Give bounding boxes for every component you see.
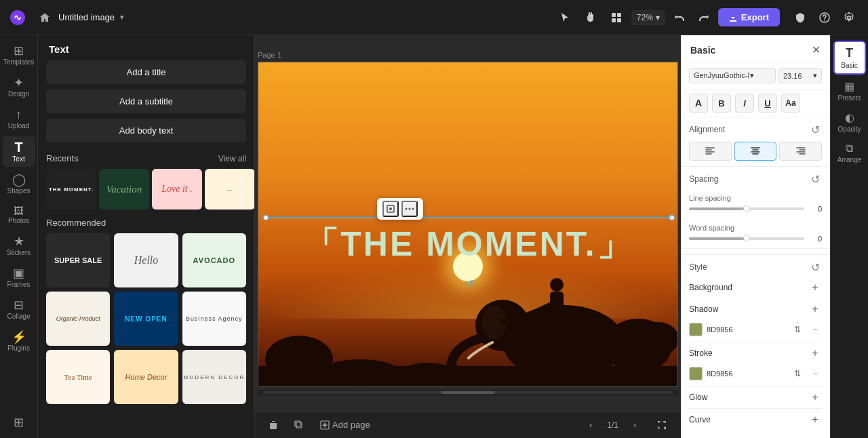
format-case-button[interactable]: Aa [781,94,800,113]
align-right-button[interactable] [779,142,822,161]
logo[interactable] [8,8,27,27]
properties-panel: Basic ✕ GenJyuuGothic-I▾ 23.16 ▾ A B I U… [681,35,830,438]
add-title-button[interactable]: Add a title [46,60,246,84]
fullscreen-button[interactable] [651,414,673,436]
rec-item-home-decor[interactable]: Home Decor [114,350,178,404]
export-button[interactable]: Export [718,8,780,26]
background-add-button[interactable]: + [808,281,822,294]
format-underline-button[interactable]: U [758,94,777,113]
align-left-button[interactable] [689,142,732,161]
canvas-trash-button[interactable] [263,418,283,433]
tab-presets[interactable]: ▦ Presets [833,76,866,106]
recent-item-1[interactable]: THE MOMENT. [46,169,96,210]
shadow-remove-button[interactable]: − [808,323,822,336]
sidebar-item-plugins[interactable]: ⚡ Plugins [3,327,35,356]
format-italic-button[interactable]: I [735,94,754,113]
sidebar-shapes-label: Shapes [7,187,31,195]
stroke-remove-button[interactable]: − [808,367,822,380]
word-spacing-slider-row: 0 [689,235,822,243]
sidebar-item-design[interactable]: ✦ Design [3,73,35,102]
sidebar-item-templates[interactable]: ⊞ Templates [3,41,35,70]
sidebar-item-photos[interactable]: 🖼 Photos [3,201,35,228]
stroke-color-swatch[interactable] [689,367,703,380]
shield-icon[interactable] [789,7,811,28]
add-page-label: Add page [332,420,370,430]
curve-add-button[interactable]: + [808,413,822,426]
crop-image-btn[interactable] [382,201,399,217]
zoom-control[interactable]: 72% ▾ [631,10,665,25]
glow-add-button[interactable]: + [808,391,822,404]
font-selector[interactable]: GenJyuuGothic-I▾ [689,68,776,83]
add-subtitle-button[interactable]: Add a subtitle [46,89,246,113]
shadow-color-swatch[interactable] [689,323,703,336]
line-spacing-slider[interactable] [689,207,804,210]
rec-item-modern[interactable]: MODERN DECOR [182,350,246,404]
more-options-btn[interactable] [401,201,418,217]
rec-item-new-open[interactable]: NEW OPEN [114,292,178,346]
stroke-style-row: Stroke + [681,342,830,364]
upload-icon: ↑ [16,108,22,121]
sidebar-plugins-label: Plugins [7,344,30,352]
rec-item-hello[interactable]: Hello [114,233,178,287]
title-dropdown-icon[interactable]: ▾ [120,13,124,22]
rec-item-business[interactable]: Business Agency [182,292,246,346]
sidebar-item-frames[interactable]: ▣ Frames [3,263,35,292]
home-icon[interactable] [35,8,54,27]
hand-tool[interactable] [580,7,601,28]
recent-item-3[interactable]: Love it . [152,169,202,210]
spacing-refresh-icon[interactable]: ↺ [808,172,822,186]
grid-view-toggle[interactable] [606,7,627,28]
prev-page-button[interactable]: ‹ [580,414,601,436]
canvas-main-text[interactable]: 「THE MOMENT.」 [268,223,669,265]
shadow-adjust-button[interactable]: ⇅ [791,323,804,336]
tab-basic[interactable]: T Basic [833,41,866,75]
rec-item-avocado[interactable]: AVOCADO [182,233,246,287]
props-panel-header: Basic ✕ [681,35,830,62]
sidebar-item-apps[interactable]: ⊞ [3,412,35,433]
plugins-icon: ⚡ [12,331,26,343]
sidebar-item-upload[interactable]: ↑ Upload [3,104,35,134]
canvas[interactable]: 「THE MOMENT.」 ↺ [258,62,678,387]
topbar-right-icons [789,7,860,28]
alignment-refresh-icon[interactable]: ↺ [808,123,822,136]
redo-button[interactable] [692,7,714,28]
shadow-add-button[interactable]: + [808,302,822,316]
props-close-button[interactable]: ✕ [812,43,821,56]
align-center-button[interactable] [734,142,777,161]
sidebar-item-collage[interactable]: ⊟ Collage [3,295,35,324]
cursor-tool[interactable] [554,7,576,28]
tab-arrange[interactable]: ⧉ Arrange [833,138,866,167]
svg-rect-17 [596,370,611,386]
undo-button[interactable] [669,7,691,28]
font-size-control[interactable]: 23.16 ▾ [778,68,822,83]
rec-item-tea[interactable]: Tea Time [46,350,110,404]
format-bold-b-button[interactable]: B [712,94,731,113]
stroke-add-button[interactable]: + [808,346,822,360]
format-bold-button[interactable]: A [689,94,708,113]
add-body-button[interactable]: Add body text [46,119,246,142]
title-area: Untitled image ▾ [35,8,124,27]
tab-opacity[interactable]: ◐ Opacity [833,107,866,137]
sidebar-item-text[interactable]: T Text [3,136,35,167]
rec-item-super-sale[interactable]: Super Sale [46,233,110,287]
rec-item-organic[interactable]: Organic Product [46,292,110,346]
style-refresh-icon[interactable]: ↺ [808,260,822,274]
shadow-style-row: Shadow + [681,298,830,320]
add-page-button[interactable]: Add page [315,417,376,433]
canvas-scrollbar[interactable] [258,390,678,395]
help-icon[interactable] [814,7,835,28]
canvas-copy-button[interactable] [289,418,309,433]
canvas-wrapper[interactable]: Page 1 [255,35,681,411]
sidebar-item-shapes[interactable]: ◯ Shapes [3,170,35,199]
recent-item-4[interactable]: — [205,169,254,210]
stroke-adjust-button[interactable]: ⇅ [791,367,804,380]
word-spacing-slider[interactable] [689,237,804,240]
next-page-button[interactable]: › [624,414,646,436]
sidebar-item-stickers[interactable]: ★ Stickers [3,231,35,260]
settings-icon[interactable] [838,7,860,28]
rotate-handle[interactable]: ↺ [466,278,474,289]
svg-rect-3 [612,18,616,22]
recent-item-2[interactable]: Vacation [99,169,149,210]
recents-label: Recents [46,153,79,163]
view-all-link[interactable]: View all [218,154,246,163]
